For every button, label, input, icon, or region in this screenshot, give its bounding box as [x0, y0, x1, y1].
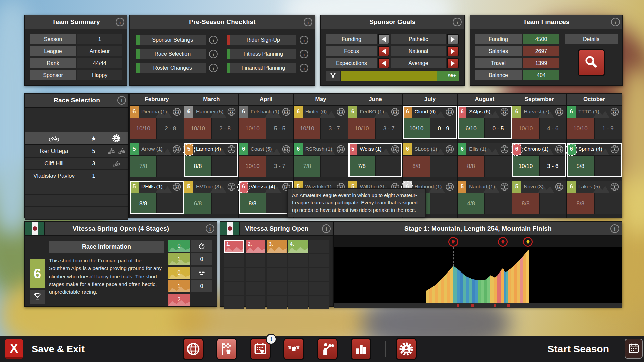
race-range: 3 - 7: [321, 118, 347, 139]
info-icon[interactable]: i: [303, 17, 313, 27]
info-icon[interactable]: i: [209, 49, 218, 59]
globe-icon: [186, 342, 200, 356]
info-icon[interactable]: i: [115, 17, 125, 27]
race-cell[interactable]: 5 Weiss (1) ★ 7/8: [348, 143, 403, 181]
race-cell[interactable]: 6 Cloud (6) ★★ 10/10 0 - 9: [403, 106, 458, 143]
jersey-marker[interactable]: [523, 237, 533, 247]
increase-arrow-button[interactable]: [447, 46, 459, 56]
rider-table-header: ★: [25, 132, 128, 145]
rider-row[interactable]: Vladislav Pavlov 1: [25, 170, 128, 182]
team-button[interactable]: [283, 338, 304, 360]
info-icon[interactable]: i: [299, 49, 309, 59]
race-cell[interactable]: 5 RHills (1) ★ 8/8: [130, 181, 184, 218]
globe-stars-icon: ★: [172, 145, 181, 154]
finance-details-magnifier-button[interactable]: [578, 49, 605, 76]
world-button[interactable]: [183, 338, 204, 360]
increase-arrow-button[interactable]: [447, 58, 459, 68]
race-cell[interactable]: 5 HVTour (3) ★ 6/8: [184, 181, 239, 218]
info-icon[interactable]: i: [205, 224, 215, 233]
exit-button[interactable]: X: [5, 339, 23, 359]
race-cell[interactable]: 6 Hinter (6) ★★ 10/10 3 - 7: [294, 106, 348, 143]
race-range: 5 - 5: [266, 118, 293, 139]
stage-tile[interactable]: 1.: [224, 240, 244, 253]
checklist-item[interactable]: Sponsor Settings i: [136, 35, 218, 45]
rider-rows: Iker Ortega 5 Cliff Hill 3 Vladislav Pav…: [25, 145, 128, 220]
rider-row[interactable]: Iker Ortega 5: [25, 145, 128, 158]
stage-tile[interactable]: 4.: [288, 240, 308, 253]
race-cell[interactable]: 6 SAlps (6) ★★ 6/10 0 - 5: [458, 106, 512, 143]
increase-arrow-button[interactable]: [447, 34, 459, 44]
staff-button[interactable]: [396, 338, 417, 360]
info-icon[interactable]: i: [299, 63, 309, 73]
race-cell[interactable]: 6 RSRush (1) ★ 7/8: [294, 143, 348, 181]
checklist-item[interactable]: Roster Changes i: [136, 63, 218, 73]
race-cell[interactable]: 5 Novo (3) ★ 8/8: [512, 181, 567, 218]
race-cell[interactable]: 6 FedBO (1) ★★ 10/10 3 - 7: [348, 106, 403, 143]
race-cell[interactable]: 6 Chrono (1) ★★ 10/10 3 - 6: [512, 143, 567, 181]
empty-stage-slot: [309, 268, 329, 281]
race-name: Vitessa (4): [251, 184, 275, 190]
info-icon[interactable]: i: [611, 17, 620, 27]
race-cell[interactable]: 6 Vitessa (4) ★ 8/8: [239, 181, 294, 218]
info-icon[interactable]: i: [322, 224, 331, 233]
race-cell[interactable]: 6 Hammer (5) ★★ 10/10 2 - 8: [184, 106, 239, 143]
info-icon[interactable]: i: [299, 35, 309, 45]
info-icon[interactable]: i: [117, 96, 126, 105]
checklist-item[interactable]: Rider Sign-Up i: [227, 35, 309, 45]
race-cell[interactable]: 6 Pierona (1) ★★ 10/10 2 - 8: [130, 106, 184, 143]
race-cell[interactable]: 5 Lannen (4) ★ 8/8: [184, 143, 239, 181]
info-icon[interactable]: i: [209, 63, 218, 73]
globe-stars-icon: ★: [445, 145, 454, 154]
planner-button[interactable]: !: [250, 338, 271, 360]
race-cell[interactable]: 6 Felsbach (1) ★★ 10/10 5 - 5: [239, 106, 294, 143]
stats-button[interactable]: [351, 338, 371, 360]
globe-stars-icon: ★★: [445, 107, 454, 116]
checklist-item[interactable]: Race Selection i: [136, 49, 218, 59]
start-season-button[interactable]: Start Season: [548, 336, 609, 362]
rider-row[interactable]: Cliff Hill 3: [25, 158, 128, 170]
race-cell[interactable]: 5 Naubad (1) ★ 4/8: [458, 181, 512, 218]
race-cell[interactable]: 6 Sprints (4) ★ 5/8: [567, 143, 622, 181]
race-name: SLoop (1): [414, 146, 437, 152]
decrease-arrow-button[interactable]: [378, 34, 389, 44]
race-name: Hammer (5): [196, 109, 224, 115]
race-cell[interactable]: 6 TTTC (1) ★★ 10/10 1 - 9: [567, 106, 622, 143]
flag-jersey-icon: [220, 342, 234, 356]
decrease-arrow-button[interactable]: [378, 58, 389, 68]
scouting-button[interactable]: [317, 338, 338, 360]
checklist-item[interactable]: Financial Planning i: [227, 63, 309, 73]
globe-stars-icon: ★: [500, 145, 509, 154]
stage-tile[interactable]: 2.: [246, 240, 265, 253]
race-cell[interactable]: 6 Coast (5) ★★ 10/10 3 - 7: [239, 143, 294, 181]
info-icon[interactable]: i: [209, 35, 218, 45]
month-header: June: [348, 94, 403, 106]
races-button[interactable]: [216, 338, 237, 360]
calendar-corner-button[interactable]: [625, 339, 643, 359]
details-button[interactable]: Details: [565, 34, 618, 44]
stage-tile[interactable]: 3.: [267, 240, 286, 253]
jersey-marker[interactable]: [498, 237, 508, 247]
extra-count: 0: [191, 253, 212, 265]
svg-text:★: ★: [175, 147, 178, 151]
game-screen: Team Summary i Season 1 League Amateur R…: [0, 0, 644, 362]
climber-badges: [112, 160, 121, 167]
profile-scroll-strip[interactable]: [334, 303, 622, 308]
info-icon[interactable]: i: [452, 17, 462, 27]
specialty-icon: [112, 134, 121, 143]
race-name: Felsbach (1): [251, 109, 279, 115]
empty-stage-slot: [246, 254, 265, 267]
race-cell[interactable]: 5 Arrow (1) ★ 7/8: [130, 143, 184, 181]
race-cell[interactable]: 6 Harvest (7) ★★ 10/10 4 - 6: [512, 106, 567, 143]
info-icon[interactable]: i: [610, 224, 620, 233]
race-name: Lannen (4): [196, 146, 221, 152]
race-range: [485, 193, 512, 214]
globe-stars-icon: ★: [336, 145, 345, 154]
jersey-marker[interactable]: [448, 237, 458, 247]
race-cell[interactable]: 6 Ellis (1) ★ 8/8: [458, 143, 512, 181]
race-cell[interactable]: 6 SLoop (1) ★ 8/8: [403, 143, 458, 181]
svg-text:i: i: [121, 98, 122, 103]
checklist-item[interactable]: Fitness Planning i: [227, 49, 309, 59]
save-exit-label[interactable]: Save & Exit: [32, 336, 85, 362]
race-cell[interactable]: 6 Lakes (5) ★ 8/8: [567, 181, 622, 218]
decrease-arrow-button[interactable]: [378, 46, 389, 56]
